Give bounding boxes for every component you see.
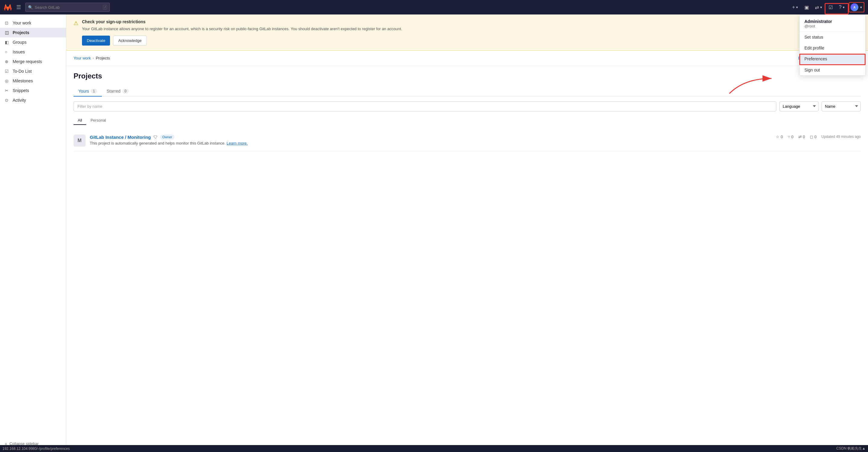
plus-icon: + — [792, 4, 795, 10]
snippets-icon: ✂ — [5, 88, 10, 93]
tab-starred[interactable]: Starred 0 — [102, 86, 133, 96]
sidebar-item-your-work[interactable]: ⊡ Your work — [0, 18, 66, 28]
merge-count: ⇄ 0 — [798, 135, 805, 139]
main-content: ⚠ Check your sign-up restrictions Your G… — [66, 15, 868, 452]
sidebar-item-activity[interactable]: ⊙ Activity — [0, 95, 66, 105]
acknowledge-button[interactable]: Acknowledge — [113, 36, 147, 46]
sidebar-item-projects[interactable]: ◫ Projects — [0, 28, 66, 37]
merge-request-button[interactable]: ⇄ ▼ — [812, 3, 825, 11]
design-icon: ▣ — [804, 4, 809, 10]
dropdown-handle: @root — [804, 24, 861, 28]
star-icon: ☆ — [776, 135, 779, 139]
avatar-button[interactable]: A ▼ — [849, 2, 864, 12]
tab-starred-label: Starred — [107, 89, 121, 93]
project-owner-badge: Owner — [160, 135, 175, 139]
help-button[interactable]: ? ▼ — [836, 3, 847, 11]
user-dropdown-menu: Administrator @root Set status Edit prof… — [799, 15, 866, 76]
todo-icon: ☑ — [829, 4, 833, 10]
tab-starred-count: 0 — [122, 89, 129, 93]
tab-yours[interactable]: Yours 1 — [73, 86, 102, 96]
banner-content: Check your sign-up restrictions Your Git… — [82, 19, 861, 46]
warning-icon: ⚠ — [73, 20, 79, 27]
sidebar-item-label: Groups — [13, 40, 27, 45]
dropdown-item-sign-out[interactable]: Sign out — [800, 64, 865, 76]
svg-text:A: A — [853, 6, 855, 9]
sidebar-item-label: Projects — [13, 30, 29, 35]
sidebar-item-groups[interactable]: ◧ Groups — [0, 37, 66, 47]
sidebar-item-issues[interactable]: ○ Issues — [0, 47, 66, 57]
sort-filter[interactable]: Name — [822, 102, 861, 111]
page-title: Projects — [73, 72, 861, 80]
language-filter[interactable]: Language — [779, 102, 818, 111]
dropdown-item-set-status[interactable]: Set status — [800, 32, 865, 43]
merge-icon: ⇄ — [815, 4, 819, 10]
merge-count-value: 0 — [803, 135, 805, 139]
sidebar-item-label: Issues — [13, 50, 25, 54]
tab-yours-label: Yours — [79, 89, 89, 93]
sidebar-item-milestones[interactable]: ◎ Milestones — [0, 76, 66, 86]
sub-tab-all[interactable]: All — [73, 116, 86, 125]
issues-icon: ○ — [5, 50, 10, 54]
fork-icon: ⑂ — [788, 135, 790, 139]
dropdown-item-preferences[interactable]: Preferences — [800, 53, 865, 64]
tab-yours-count: 1 — [91, 89, 97, 93]
breadcrumb-parent-link[interactable]: Your work — [73, 56, 91, 60]
design-button[interactable]: ▣ — [802, 3, 811, 11]
banner-text: Your GitLab instance allows anyone to re… — [82, 26, 861, 32]
star-value: 0 — [781, 135, 783, 139]
merge-count-icon: ⇄ — [798, 135, 802, 139]
learn-more-link[interactable]: Learn more. — [227, 141, 248, 145]
todo-list-icon: ☑ — [5, 69, 10, 74]
sidebar-item-label: Snippets — [13, 88, 29, 93]
search-bar[interactable]: 🔍 / — [25, 3, 110, 12]
top-navigation: ☰ 🔍 / + ▼ ▣ ⇄ ▼ ☑ ? ▼ A ▼ — [0, 0, 868, 15]
breadcrumb: Your work › Projects Explore projects Ne… — [66, 51, 868, 66]
dropdown-username: Administrator — [804, 19, 861, 24]
sidebar-item-merge-requests[interactable]: ⊕ Merge requests — [0, 57, 66, 66]
sidebar-item-label: Your work — [13, 21, 31, 25]
signup-restriction-banner: ⚠ Check your sign-up restrictions Your G… — [66, 15, 868, 51]
project-updated-time: Updated 49 minutes ago — [821, 135, 861, 139]
project-description: This project is automatically generated … — [90, 141, 772, 145]
dropdown-item-edit-profile[interactable]: Edit profile — [800, 43, 865, 53]
issue-icon: ◻ — [810, 135, 813, 139]
project-name-prefix: GitLab Instance / — [90, 135, 127, 140]
sidebar: ⊡ Your work ◫ Projects ◧ Groups ○ Issues… — [0, 15, 66, 452]
avatar: A — [850, 3, 858, 11]
todo-button[interactable]: ☑ — [826, 3, 835, 11]
projects-tab-bar: Yours 1 Starred 0 — [73, 86, 861, 96]
milestones-icon: ◎ — [5, 79, 10, 83]
hamburger-button[interactable]: ☰ — [14, 3, 23, 12]
project-avatar: M — [73, 135, 86, 147]
gitlab-logo[interactable] — [4, 3, 12, 11]
groups-icon: ◧ — [5, 40, 10, 45]
sidebar-item-snippets[interactable]: ✂ Snippets — [0, 86, 66, 95]
projects-icon: ◫ — [5, 30, 10, 35]
banner-actions: Deactivate Acknowledge — [82, 36, 861, 46]
breadcrumb-current: Projects — [96, 56, 110, 60]
project-name-row: GitLab Instance / Monitoring 🛡 Owner — [90, 135, 772, 140]
search-icon: 🔍 — [28, 5, 33, 10]
filter-input[interactable] — [73, 102, 776, 111]
sidebar-item-todo-list[interactable]: ☑ To-Do List — [0, 66, 66, 76]
project-item: M GitLab Instance / Monitoring 🛡 Owner T… — [73, 130, 861, 152]
new-button[interactable]: + ▼ — [789, 3, 801, 11]
deactivate-button[interactable]: Deactivate — [82, 36, 110, 46]
sub-tab-personal[interactable]: Personal — [86, 116, 110, 125]
dropdown-header: Administrator @root — [800, 15, 865, 32]
dropdown-arrow-small-icon: ▼ — [819, 6, 823, 9]
search-input[interactable] — [35, 5, 101, 10]
project-info: GitLab Instance / Monitoring 🛡 Owner Thi… — [90, 135, 772, 145]
filter-bar: Language Name — [73, 102, 861, 111]
status-url: 192.168.12.104:9980/-/profile/preference… — [2, 447, 70, 451]
sub-tab-bar: All Personal — [73, 116, 861, 125]
project-name-main: Monitoring — [127, 135, 151, 140]
star-count: ☆ 0 — [776, 135, 783, 139]
status-bar: 192.168.12.104:9980/-/profile/preference… — [0, 445, 868, 452]
nav-action-buttons: + ▼ ▣ ⇄ ▼ ☑ ? ▼ A ▼ — [789, 2, 864, 12]
help-icon: ? — [839, 4, 841, 10]
issue-value: 0 — [814, 135, 816, 139]
project-name[interactable]: GitLab Instance / Monitoring — [90, 135, 151, 140]
fork-value: 0 — [792, 135, 794, 139]
activity-icon: ⊙ — [5, 98, 10, 103]
